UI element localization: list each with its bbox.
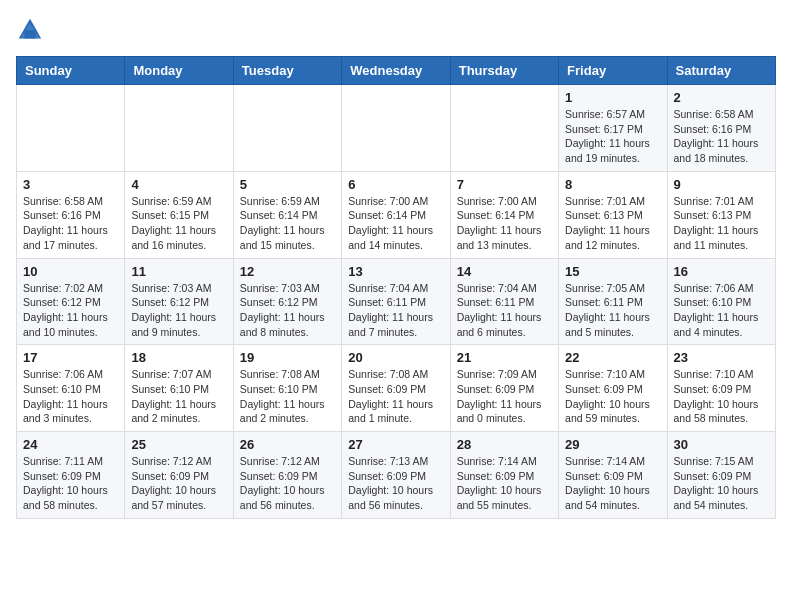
day-number: 27	[348, 437, 443, 452]
day-number: 15	[565, 264, 660, 279]
day-number: 6	[348, 177, 443, 192]
logo	[16, 16, 48, 44]
calendar-cell: 16Sunrise: 7:06 AM Sunset: 6:10 PM Dayli…	[667, 258, 775, 345]
day-info: Sunrise: 7:09 AM Sunset: 6:09 PM Dayligh…	[457, 367, 552, 426]
weekday-header-row: SundayMondayTuesdayWednesdayThursdayFrid…	[17, 57, 776, 85]
day-info: Sunrise: 7:05 AM Sunset: 6:11 PM Dayligh…	[565, 281, 660, 340]
calendar-week-row: 17Sunrise: 7:06 AM Sunset: 6:10 PM Dayli…	[17, 345, 776, 432]
day-info: Sunrise: 7:00 AM Sunset: 6:14 PM Dayligh…	[348, 194, 443, 253]
calendar-week-row: 3Sunrise: 6:58 AM Sunset: 6:16 PM Daylig…	[17, 171, 776, 258]
day-info: Sunrise: 7:15 AM Sunset: 6:09 PM Dayligh…	[674, 454, 769, 513]
calendar-cell: 15Sunrise: 7:05 AM Sunset: 6:11 PM Dayli…	[559, 258, 667, 345]
day-info: Sunrise: 7:01 AM Sunset: 6:13 PM Dayligh…	[674, 194, 769, 253]
calendar-cell	[125, 85, 233, 172]
calendar-cell: 28Sunrise: 7:14 AM Sunset: 6:09 PM Dayli…	[450, 432, 558, 519]
calendar-cell: 19Sunrise: 7:08 AM Sunset: 6:10 PM Dayli…	[233, 345, 341, 432]
day-info: Sunrise: 7:03 AM Sunset: 6:12 PM Dayligh…	[131, 281, 226, 340]
day-info: Sunrise: 7:03 AM Sunset: 6:12 PM Dayligh…	[240, 281, 335, 340]
calendar-cell: 12Sunrise: 7:03 AM Sunset: 6:12 PM Dayli…	[233, 258, 341, 345]
day-info: Sunrise: 7:04 AM Sunset: 6:11 PM Dayligh…	[457, 281, 552, 340]
calendar-cell: 3Sunrise: 6:58 AM Sunset: 6:16 PM Daylig…	[17, 171, 125, 258]
calendar-cell: 11Sunrise: 7:03 AM Sunset: 6:12 PM Dayli…	[125, 258, 233, 345]
day-number: 11	[131, 264, 226, 279]
day-info: Sunrise: 7:06 AM Sunset: 6:10 PM Dayligh…	[674, 281, 769, 340]
calendar-cell: 14Sunrise: 7:04 AM Sunset: 6:11 PM Dayli…	[450, 258, 558, 345]
calendar-week-row: 24Sunrise: 7:11 AM Sunset: 6:09 PM Dayli…	[17, 432, 776, 519]
day-number: 12	[240, 264, 335, 279]
day-info: Sunrise: 6:58 AM Sunset: 6:16 PM Dayligh…	[23, 194, 118, 253]
day-info: Sunrise: 6:57 AM Sunset: 6:17 PM Dayligh…	[565, 107, 660, 166]
calendar-cell: 23Sunrise: 7:10 AM Sunset: 6:09 PM Dayli…	[667, 345, 775, 432]
day-number: 30	[674, 437, 769, 452]
day-number: 20	[348, 350, 443, 365]
calendar-cell: 29Sunrise: 7:14 AM Sunset: 6:09 PM Dayli…	[559, 432, 667, 519]
calendar-week-row: 1Sunrise: 6:57 AM Sunset: 6:17 PM Daylig…	[17, 85, 776, 172]
calendar-cell	[233, 85, 341, 172]
day-number: 26	[240, 437, 335, 452]
calendar-cell: 27Sunrise: 7:13 AM Sunset: 6:09 PM Dayli…	[342, 432, 450, 519]
weekday-header-saturday: Saturday	[667, 57, 775, 85]
day-number: 3	[23, 177, 118, 192]
calendar-cell: 1Sunrise: 6:57 AM Sunset: 6:17 PM Daylig…	[559, 85, 667, 172]
calendar-cell: 22Sunrise: 7:10 AM Sunset: 6:09 PM Dayli…	[559, 345, 667, 432]
day-info: Sunrise: 7:08 AM Sunset: 6:10 PM Dayligh…	[240, 367, 335, 426]
day-number: 29	[565, 437, 660, 452]
day-info: Sunrise: 7:11 AM Sunset: 6:09 PM Dayligh…	[23, 454, 118, 513]
day-info: Sunrise: 7:06 AM Sunset: 6:10 PM Dayligh…	[23, 367, 118, 426]
day-number: 13	[348, 264, 443, 279]
calendar-cell	[17, 85, 125, 172]
calendar-cell: 30Sunrise: 7:15 AM Sunset: 6:09 PM Dayli…	[667, 432, 775, 519]
day-number: 2	[674, 90, 769, 105]
weekday-header-thursday: Thursday	[450, 57, 558, 85]
calendar-cell	[342, 85, 450, 172]
day-number: 28	[457, 437, 552, 452]
calendar-cell	[450, 85, 558, 172]
day-info: Sunrise: 7:10 AM Sunset: 6:09 PM Dayligh…	[565, 367, 660, 426]
day-number: 17	[23, 350, 118, 365]
day-number: 7	[457, 177, 552, 192]
day-number: 10	[23, 264, 118, 279]
calendar-cell: 20Sunrise: 7:08 AM Sunset: 6:09 PM Dayli…	[342, 345, 450, 432]
calendar-cell: 4Sunrise: 6:59 AM Sunset: 6:15 PM Daylig…	[125, 171, 233, 258]
day-number: 18	[131, 350, 226, 365]
day-info: Sunrise: 7:14 AM Sunset: 6:09 PM Dayligh…	[565, 454, 660, 513]
day-info: Sunrise: 7:10 AM Sunset: 6:09 PM Dayligh…	[674, 367, 769, 426]
day-info: Sunrise: 7:12 AM Sunset: 6:09 PM Dayligh…	[240, 454, 335, 513]
calendar-table: SundayMondayTuesdayWednesdayThursdayFrid…	[16, 56, 776, 519]
day-info: Sunrise: 7:12 AM Sunset: 6:09 PM Dayligh…	[131, 454, 226, 513]
calendar-cell: 9Sunrise: 7:01 AM Sunset: 6:13 PM Daylig…	[667, 171, 775, 258]
day-number: 21	[457, 350, 552, 365]
day-number: 22	[565, 350, 660, 365]
day-number: 5	[240, 177, 335, 192]
day-number: 16	[674, 264, 769, 279]
calendar-cell: 17Sunrise: 7:06 AM Sunset: 6:10 PM Dayli…	[17, 345, 125, 432]
weekday-header-tuesday: Tuesday	[233, 57, 341, 85]
logo-icon	[16, 16, 44, 44]
day-info: Sunrise: 7:14 AM Sunset: 6:09 PM Dayligh…	[457, 454, 552, 513]
day-info: Sunrise: 6:59 AM Sunset: 6:15 PM Dayligh…	[131, 194, 226, 253]
calendar-cell: 24Sunrise: 7:11 AM Sunset: 6:09 PM Dayli…	[17, 432, 125, 519]
weekday-header-sunday: Sunday	[17, 57, 125, 85]
day-info: Sunrise: 7:13 AM Sunset: 6:09 PM Dayligh…	[348, 454, 443, 513]
calendar-cell: 7Sunrise: 7:00 AM Sunset: 6:14 PM Daylig…	[450, 171, 558, 258]
svg-rect-2	[24, 30, 35, 38]
day-info: Sunrise: 7:07 AM Sunset: 6:10 PM Dayligh…	[131, 367, 226, 426]
day-info: Sunrise: 7:04 AM Sunset: 6:11 PM Dayligh…	[348, 281, 443, 340]
day-number: 9	[674, 177, 769, 192]
day-info: Sunrise: 6:58 AM Sunset: 6:16 PM Dayligh…	[674, 107, 769, 166]
day-info: Sunrise: 7:02 AM Sunset: 6:12 PM Dayligh…	[23, 281, 118, 340]
calendar-cell: 18Sunrise: 7:07 AM Sunset: 6:10 PM Dayli…	[125, 345, 233, 432]
day-info: Sunrise: 7:01 AM Sunset: 6:13 PM Dayligh…	[565, 194, 660, 253]
day-number: 23	[674, 350, 769, 365]
calendar-week-row: 10Sunrise: 7:02 AM Sunset: 6:12 PM Dayli…	[17, 258, 776, 345]
calendar-cell: 26Sunrise: 7:12 AM Sunset: 6:09 PM Dayli…	[233, 432, 341, 519]
weekday-header-wednesday: Wednesday	[342, 57, 450, 85]
day-number: 25	[131, 437, 226, 452]
day-number: 4	[131, 177, 226, 192]
calendar-cell: 5Sunrise: 6:59 AM Sunset: 6:14 PM Daylig…	[233, 171, 341, 258]
day-number: 1	[565, 90, 660, 105]
day-number: 8	[565, 177, 660, 192]
calendar-cell: 8Sunrise: 7:01 AM Sunset: 6:13 PM Daylig…	[559, 171, 667, 258]
calendar-cell: 10Sunrise: 7:02 AM Sunset: 6:12 PM Dayli…	[17, 258, 125, 345]
day-number: 19	[240, 350, 335, 365]
